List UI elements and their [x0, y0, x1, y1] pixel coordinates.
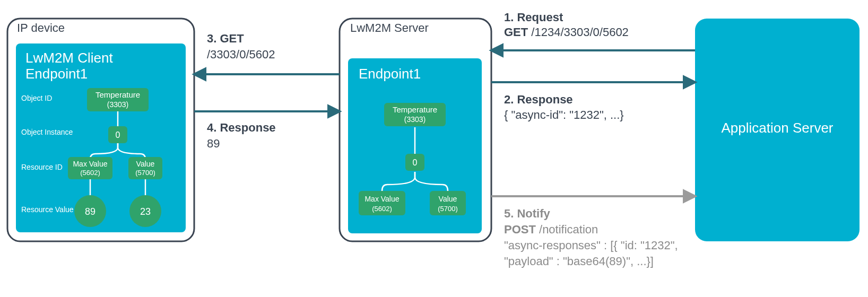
msg1-hdr: 1. Request [504, 11, 563, 24]
res2-name: Value [136, 160, 155, 168]
val2: 23 [140, 206, 151, 217]
row-object-id: Object ID [21, 94, 52, 102]
msg4-body: 89 [207, 137, 220, 150]
client-title-2: Endpoint1 [25, 66, 88, 82]
srv-obj-name: Temperature [393, 105, 437, 114]
server-endpoint-title: Endpoint1 [359, 66, 421, 82]
msg4-hdr: 4. Response [207, 121, 276, 134]
srv-res2-id: (5700) [438, 205, 458, 213]
ip-device-box: IP device LwM2M Client Endpoint1 Object … [7, 19, 194, 241]
msg1-line: GET /1234/3303/0/5602 [504, 25, 629, 39]
obj-name: Temperature [96, 90, 140, 99]
application-server-box: Application Server [695, 19, 860, 241]
obj-instance: 0 [116, 130, 120, 139]
srv-obj-id: (3303) [404, 115, 426, 124]
app-server-title: Application Server [722, 120, 834, 136]
msg5-body1: "async-responses" : [{ "id: "1232", [504, 239, 678, 252]
msg5-body2: "payload" : "base64(89)", ...}] [504, 255, 654, 268]
msg3-hdr: 3. GET [207, 32, 244, 45]
res2-id: (5700) [135, 169, 155, 177]
srv-instance: 0 [413, 158, 418, 167]
srv-res1-name: Max Value [364, 195, 399, 203]
res1-name: Max Value [73, 160, 107, 168]
server-title: LwM2M Server [350, 21, 429, 34]
msg2-body: { "async-id": "1232", ...} [504, 108, 624, 121]
client-title-1: LwM2M Client [25, 50, 113, 66]
val1: 89 [85, 206, 96, 217]
msg3-path: /3303/0/5602 [207, 48, 275, 61]
msg2-hdr: 2. Response [504, 93, 573, 106]
msg5-hdr: 5. Notify [504, 207, 551, 220]
res1-id: (5602) [80, 169, 100, 177]
row-resource-id: Resource ID [21, 163, 63, 171]
ip-device-title: IP device [17, 21, 65, 34]
row-resource-value: Resource Value [21, 205, 74, 214]
row-object-instance: Object Instance [21, 128, 73, 136]
lwm2m-server-box: LwM2M Server Endpoint1 Temperature (3303… [340, 19, 491, 241]
obj-id: (3303) [107, 100, 128, 109]
msg5-line: POST /notification [504, 223, 598, 236]
srv-res1-id: (5602) [372, 205, 392, 213]
srv-res2-name: Value [439, 195, 457, 203]
